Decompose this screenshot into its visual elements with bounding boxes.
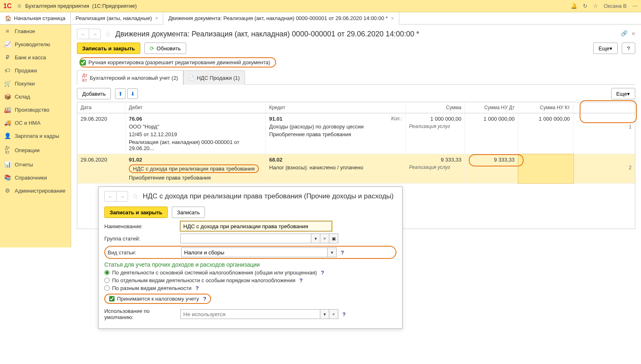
link-icon[interactable]: 🔗 (621, 30, 628, 38)
back-button[interactable]: ← (105, 191, 116, 201)
table-more-button[interactable]: Еще ▾ (611, 88, 635, 99)
dtkt-icon: ДтКт (4, 146, 11, 155)
sidebar-item-assets[interactable]: 🚚ОС и НМА (0, 116, 71, 129)
save-button[interactable]: Записать (172, 207, 205, 218)
col-sum[interactable]: Сумма (406, 102, 465, 113)
move-down-button[interactable]: ⬇ (127, 88, 138, 99)
bell-icon[interactable]: 🔔 (571, 3, 577, 9)
stock-icon: 📦 (4, 93, 11, 100)
sidebar-item-main[interactable]: ≡Главное (0, 25, 71, 38)
history-icon[interactable]: ↻ (583, 3, 587, 9)
open-icon[interactable]: ▣ (329, 234, 338, 243)
books-icon: 📚 (4, 174, 11, 181)
help-button[interactable]: ? (622, 43, 635, 54)
logo-1c: 1C (3, 2, 11, 10)
truck-icon: 🚚 (4, 119, 11, 126)
group-label: Группа статей: (104, 236, 178, 242)
grid-row[interactable]: 29.06.20202 91.02 НДС с дохода при реали… (77, 154, 635, 184)
factory-icon: 🏭 (4, 106, 11, 113)
refresh-icon: ⟳ (150, 45, 154, 52)
save-close-button[interactable]: Записать и закрыть (104, 207, 168, 218)
app-title: Бухгалтерия предприятия (1С:Предприятие) (25, 3, 137, 9)
cart-icon: 🛒 (4, 80, 11, 87)
move-up-button[interactable]: ⬆ (115, 88, 126, 99)
name-label: Наименование: (104, 223, 178, 229)
sidebar: ≡Главное 📈Руководителю ₽Банк и касса 🏷Пр… (0, 25, 71, 247)
refresh-button[interactable]: ⟳Обновить (144, 43, 186, 54)
add-button[interactable]: Добавить (77, 88, 111, 99)
tab-home[interactable]: 🏠 Начальная страница (0, 12, 71, 24)
subtab-accounting[interactable]: ДтКтБухгалтерский и налоговый учет (2) (77, 70, 183, 85)
favorite-icon[interactable]: ☆ (105, 29, 111, 38)
home-icon: 🏠 (5, 15, 11, 21)
dropdown-icon[interactable]: ▾ (311, 234, 320, 243)
group-input[interactable] (180, 234, 311, 243)
menu-icon[interactable]: ≡ (17, 2, 21, 10)
user-label[interactable]: Оксана В (604, 3, 627, 9)
sidebar-item-purchases[interactable]: 🛒Покупки (0, 77, 71, 90)
sidebar-item-manager[interactable]: 📈Руководителю (0, 38, 71, 51)
sidebar-item-stock[interactable]: 📦Склад (0, 90, 71, 103)
sidebar-item-production[interactable]: 🏭Производство (0, 103, 71, 116)
doc-tabs: 🏠 Начальная страница Реализация (акты, н… (0, 12, 641, 25)
gear-icon: ⚙ (4, 187, 11, 194)
chart-icon: 📈 (4, 41, 11, 47)
close-icon[interactable]: × (632, 30, 635, 38)
sidebar-item-sales[interactable]: 🏷Продажи (0, 64, 71, 77)
tab-movements[interactable]: Движения документа: Реализация (акт, нак… (163, 12, 399, 24)
col-credit[interactable]: Кредит (266, 102, 406, 113)
close-icon[interactable]: × (391, 16, 394, 21)
star-icon[interactable]: ☆ (593, 3, 598, 9)
col-sumdt[interactable]: Сумма НУ Дт (465, 102, 518, 113)
col-date[interactable]: Дата (77, 102, 126, 113)
nav-buttons: ← → (77, 29, 101, 39)
name-input[interactable] (180, 221, 332, 231)
back-button[interactable]: ← (77, 29, 89, 39)
coin-icon: ₽ (4, 54, 11, 61)
subtab-vat[interactable]: 📄НДС Продажи (1) (183, 70, 245, 85)
article-dialog: ← → ☆ НДС с дохода при реализации права … (98, 186, 403, 247)
arrow-down-icon: ⬇ (130, 91, 135, 97)
tab-realizations[interactable]: Реализация (акты, накладные) × (71, 12, 164, 24)
dialog-title: НДС с дохода при реализации права требов… (143, 192, 394, 200)
save-close-button[interactable]: Записать и закрыть (77, 43, 140, 54)
dtkt-icon: ДтКт (82, 73, 88, 83)
clear-icon[interactable]: × (320, 234, 329, 243)
col-debit[interactable]: Дебет (126, 102, 266, 113)
sidebar-item-refs[interactable]: 📚Справочники (0, 171, 71, 184)
bars-icon: 📊 (4, 161, 11, 168)
person-icon: 👤 (4, 133, 11, 139)
manual-correction-input[interactable] (80, 60, 86, 65)
sidebar-item-payroll[interactable]: 👤Зарплата и кадры (0, 129, 71, 142)
forward-button[interactable]: → (116, 191, 128, 201)
sidebar-item-operations[interactable]: ДтКтОперации (0, 142, 71, 158)
titlebar: 1C ≡ Бухгалтерия предприятия (1С:Предпри… (0, 0, 641, 12)
grid-row[interactable]: 29.06.20201 76.06 ООО "Норд" 12/45 от 12… (77, 113, 635, 154)
col-sumkt[interactable]: Сумма НУ Кт (518, 102, 574, 113)
arrow-up-icon: ⬆ (118, 91, 123, 97)
tag-icon: 🏷 (4, 67, 11, 74)
forward-button[interactable]: → (89, 29, 100, 39)
close-icon[interactable]: × (155, 16, 158, 21)
overflow-icon[interactable]: ⋯ (632, 3, 638, 9)
favorite-icon[interactable]: ☆ (132, 192, 139, 201)
manual-correction-checkbox[interactable]: Ручная корректировка (разрешает редактир… (79, 57, 276, 67)
doc-icon: 📄 (189, 75, 194, 81)
menu-icon: ≡ (4, 28, 11, 34)
sidebar-item-reports[interactable]: 📊Отчеты (0, 158, 71, 171)
more-button[interactable]: Еще ▾ (593, 43, 617, 54)
sidebar-item-bank[interactable]: ₽Банк и касса (0, 51, 71, 64)
grid-header: Дата Дебет Кредит Сумма Сумма НУ Дт Сумм… (77, 102, 635, 113)
sidebar-item-admin[interactable]: ⚙Администрирование (0, 184, 71, 197)
page-title: Движения документа: Реализация (акт, нак… (115, 30, 419, 38)
